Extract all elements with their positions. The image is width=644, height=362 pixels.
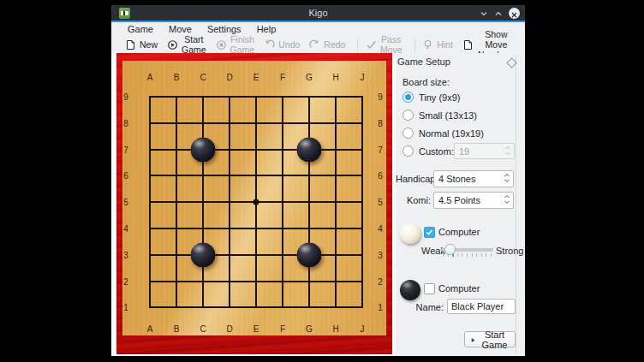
toolbar: NewStart GameFinish GameUndoRedoPass Mov…	[111, 36, 525, 53]
undo-icon	[264, 39, 275, 50]
grid-line-horizontal	[149, 175, 363, 176]
board-row-label: 6	[378, 171, 383, 181]
white-stone-image	[400, 223, 420, 244]
chevron-up-icon	[494, 9, 503, 18]
strength-slider-handle[interactable]	[444, 244, 456, 255]
radio-label-normal-19x19[interactable]: Normal (19x19)	[419, 128, 484, 139]
menu-game[interactable]: Game	[120, 22, 161, 36]
grid-line-horizontal	[149, 122, 363, 124]
board-col-label: J	[361, 73, 365, 82]
komi-spinbox[interactable]: 4.5 Points	[433, 192, 514, 209]
board-view: AABBCCDDEEFFGGHHJJ998877665544332211	[111, 53, 396, 356]
slider-tick	[457, 253, 458, 257]
grid-line-horizontal	[149, 281, 363, 282]
komi-label: Komi:	[396, 195, 431, 205]
spinbox-arrows-icon	[504, 145, 511, 158]
white-computer-label: Computer	[438, 227, 480, 237]
toolbar-hint-button: Hint	[422, 39, 453, 50]
radio-label-custom[interactable]: Custom:	[419, 146, 454, 157]
board-row-label: 2	[378, 276, 383, 286]
toolbar-new-button[interactable]: New	[125, 39, 158, 50]
slider-tick	[491, 253, 492, 257]
toolbar-undo-button: Undo	[264, 39, 300, 50]
grid-line-horizontal	[149, 228, 363, 229]
board-row-label: 1	[378, 303, 383, 312]
dock-title: Game Setup	[397, 56, 450, 67]
board-row-label: 9	[123, 92, 128, 102]
black-name-input[interactable]	[447, 299, 516, 314]
kigo-window: Kigo GameMoveSettingsHelp NewStart GameF…	[111, 5, 525, 356]
star-point	[253, 199, 259, 205]
check-icon	[366, 39, 377, 50]
board-col-label: H	[332, 324, 338, 334]
toolbar-start-game-button[interactable]: Start Game	[167, 34, 206, 55]
black-computer-label: Computer	[438, 283, 480, 294]
spinbox-arrows-icon[interactable]	[504, 193, 510, 207]
board-col-label: F	[280, 324, 285, 334]
slider-tick	[486, 253, 486, 257]
go-stone-black	[297, 137, 322, 162]
board-col-label: A	[147, 73, 153, 82]
radio-tiny-9x9[interactable]	[402, 92, 414, 103]
lightbulb-icon	[422, 39, 433, 50]
minimize-button[interactable]	[480, 9, 488, 18]
board-row-label: 9	[378, 92, 383, 102]
white-computer-checkbox[interactable]	[424, 227, 435, 238]
grid-line-horizontal	[149, 149, 363, 151]
board-col-label: F	[280, 73, 285, 82]
window-title: Kigo	[111, 5, 525, 21]
grid-line-horizontal	[149, 306, 363, 308]
board-size-label: Board size:	[402, 77, 450, 87]
handicap-label: Handicap:	[396, 174, 431, 184]
go-board-frame: AABBCCDDEEFFGGHHJJ998877665544332211	[116, 53, 392, 354]
maximize-button[interactable]	[494, 9, 503, 18]
toolbar-redo-button: Redo	[309, 39, 345, 50]
handicap-spinbox[interactable]: 4 Stones	[433, 170, 514, 187]
board-col-label: B	[174, 324, 180, 334]
slider-tick	[481, 253, 482, 257]
black-stone-image	[400, 280, 420, 300]
redo-icon	[309, 39, 320, 50]
board-col-label: D	[226, 73, 232, 82]
go-stone-black	[297, 242, 322, 267]
grid-line-horizontal	[149, 254, 363, 256]
go-board[interactable]	[122, 61, 386, 335]
slider-tick	[462, 253, 462, 257]
go-stone-black	[191, 137, 216, 162]
window-controls	[480, 7, 520, 20]
titlebar[interactable]: Kigo	[111, 5, 525, 22]
start-game-button[interactable]: Start Game	[464, 331, 516, 347]
slider-tick	[467, 253, 468, 257]
board-col-label: B	[174, 73, 180, 82]
close-icon	[511, 6, 517, 21]
radio-label-small-13x13[interactable]: Small (13x13)	[419, 110, 477, 121]
radio-label-tiny-9x9[interactable]: Tiny (9x9)	[419, 92, 461, 103]
game-setup-dock: Game Setup Board size: Tiny (9x9)Small (…	[396, 53, 525, 356]
board-col-label: E	[253, 73, 259, 82]
toolbar-separator	[414, 39, 415, 50]
board-col-label: D	[226, 324, 232, 334]
desktop-background: Kigo GameMoveSettingsHelp NewStart GameF…	[0, 0, 644, 362]
document-new-icon	[462, 39, 474, 50]
komi-value: 4.5 Points	[438, 195, 504, 205]
slider-tick	[472, 253, 473, 257]
radio-custom[interactable]	[402, 145, 414, 157]
custom-size-spinbox: 19	[454, 143, 515, 159]
board-col-label: H	[332, 73, 338, 82]
black-computer-checkbox[interactable]	[424, 283, 435, 294]
board-row-label: 7	[123, 145, 128, 154]
radio-normal-19x19[interactable]	[402, 128, 414, 139]
close-button[interactable]	[509, 8, 520, 19]
board-col-label: C	[200, 73, 206, 82]
dock-frame-edge	[516, 55, 516, 354]
spinbox-arrows-icon[interactable]	[504, 172, 510, 186]
board-col-label: C	[200, 324, 206, 334]
finish-game-icon	[216, 39, 227, 50]
board-col-label: G	[306, 324, 313, 334]
strength-strong-label: Strong	[496, 246, 523, 256]
board-row-label: 4	[123, 224, 128, 234]
toolbar-finish-game-button: Finish Game	[216, 34, 255, 55]
grid-line-horizontal	[149, 96, 363, 98]
name-label: Name:	[409, 302, 444, 312]
radio-small-13x13[interactable]	[402, 110, 414, 121]
